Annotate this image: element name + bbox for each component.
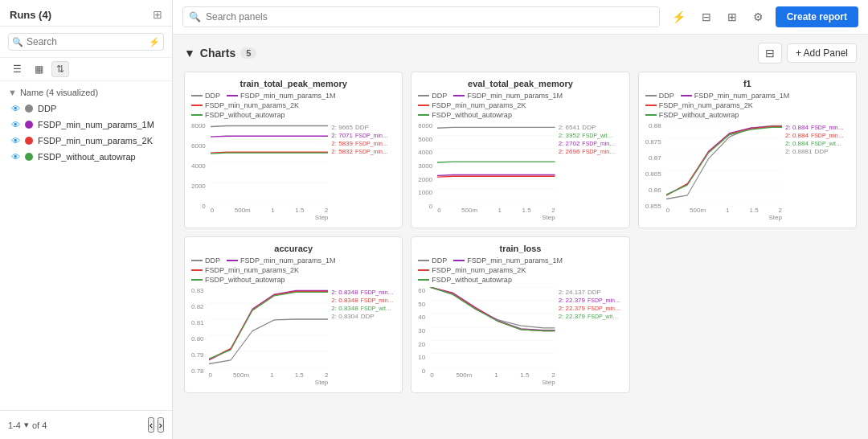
chart-card-eval-total-peak-memory: eval_total_peak_memory DDP FSDP_min_num_… bbox=[411, 72, 629, 228]
run-name: FSDP_min_num_params_1M bbox=[38, 120, 154, 129]
sidebar-header: Runs (4) ⊞ bbox=[0, 0, 172, 27]
run-item-fsdp-1m[interactable]: 👁 FSDP_min_num_params_1M bbox=[0, 117, 172, 133]
visibility-icon[interactable]: 👁 bbox=[11, 120, 20, 129]
charts-section-header: ▼ Charts 5 ⊟ + Add Panel bbox=[184, 43, 857, 64]
main-content: 🔍 ⚡ ⊟ ⊞ ⚙ Create report ▼ Charts 5 ⊟ + A… bbox=[173, 0, 868, 439]
sidebar-search-input[interactable] bbox=[8, 33, 164, 51]
visibility-icon[interactable]: 👁 bbox=[11, 152, 20, 162]
page-of-text: of 4 bbox=[32, 421, 47, 430]
pagination-info: 1-4 ▾ of 4 bbox=[8, 420, 47, 430]
charts-area: ▼ Charts 5 ⊟ + Add Panel ✎ ⊞ ⋯ train_tot… bbox=[173, 35, 868, 439]
panel-search-input[interactable] bbox=[182, 6, 660, 27]
charts-count-badge: 5 bbox=[240, 47, 256, 59]
toolbar-icons: ⚡ ⊟ ⊞ ⚙ bbox=[666, 6, 769, 27]
sidebar: Runs (4) ⊞ 🔍 ⚡ ☰ ▦ ⇅ ▼ Name (4 visualize… bbox=[0, 0, 173, 439]
chart-card-train-loss: train_loss DDP FSDP_min_num_params_1M FS… bbox=[411, 236, 629, 393]
add-panel-button[interactable]: + Add Panel bbox=[787, 43, 857, 63]
chart-settings-icon-button[interactable]: ⚡ bbox=[666, 6, 691, 27]
next-page-button[interactable]: › bbox=[158, 417, 164, 433]
chart-legend: DDP FSDP_min_num_params_1M FSDP_min_num_… bbox=[418, 92, 622, 119]
sidebar-footer: 1-4 ▾ of 4 ‹ › bbox=[0, 410, 172, 439]
chart-legend: DDP FSDP_min_num_params_1M FSDP_min_num_… bbox=[191, 92, 395, 119]
run-list: ▼ Name (4 visualized) 👁 DDP 👁 FSDP_min_n… bbox=[0, 81, 172, 410]
visibility-icon[interactable]: 👁 bbox=[11, 136, 20, 146]
sort-button[interactable]: ⇅ bbox=[51, 61, 69, 77]
chart-legend: DDP FSDP_min_num_params_1M FSDP_min_num_… bbox=[191, 256, 395, 284]
table-view-button[interactable]: ▦ bbox=[30, 61, 48, 77]
search-wrap: 🔍 ⚡ bbox=[8, 33, 164, 51]
section-actions: ⊟ + Add Panel bbox=[758, 43, 857, 64]
prev-page-button[interactable]: ‹ bbox=[148, 417, 154, 433]
run-section-header[interactable]: ▼ Name (4 visualized) bbox=[0, 84, 172, 101]
search-icon: 🔍 bbox=[189, 11, 201, 23]
page-nav: ‹ › bbox=[148, 417, 164, 433]
run-color-dot bbox=[25, 153, 33, 161]
create-report-button[interactable]: Create report bbox=[776, 6, 858, 27]
run-name: DDP bbox=[38, 104, 56, 113]
sidebar-search-area: 🔍 ⚡ bbox=[0, 27, 172, 58]
charts-grid: ✎ ⊞ ⋯ train_total_peak_memory DDP FSDP_m… bbox=[184, 72, 857, 393]
run-color-dot bbox=[25, 105, 33, 113]
runs-section-label: Name (4 visualized) bbox=[20, 88, 98, 97]
expand-icon-button[interactable]: ⊞ bbox=[722, 6, 743, 27]
table-icon[interactable]: ⊞ bbox=[153, 8, 162, 21]
run-item-fsdp-2k[interactable]: 👁 FSDP_min_num_params_2K bbox=[0, 133, 172, 149]
filter-button[interactable]: ☰ bbox=[8, 61, 27, 77]
page-range: 1-4 bbox=[8, 421, 21, 430]
chart-title: f1 bbox=[645, 79, 850, 88]
run-name: FSDP_without_autowrap bbox=[38, 152, 136, 162]
chevron-down-icon: ▼ bbox=[8, 88, 17, 97]
main-toolbar: 🔍 ⚡ ⊟ ⊞ ⚙ Create report bbox=[173, 0, 868, 35]
search-icon: 🔍 bbox=[12, 37, 23, 47]
run-color-dot bbox=[25, 121, 33, 129]
settings-icon-button[interactable]: ⚙ bbox=[747, 6, 769, 27]
visibility-icon[interactable]: 👁 bbox=[11, 104, 20, 113]
run-item-fsdp-autowrap[interactable]: 👁 FSDP_without_autowrap bbox=[0, 149, 172, 165]
filter-icon[interactable]: ⚡ bbox=[149, 37, 160, 47]
panel-search: 🔍 bbox=[182, 6, 660, 27]
chart-legend: DDP FSDP_min_num_params_1M FSDP_min_num_… bbox=[645, 92, 850, 119]
chart-legend: DDP FSDP_min_num_params_1M FSDP_min_num_… bbox=[418, 256, 622, 284]
charts-title-text: Charts bbox=[200, 47, 235, 59]
sidebar-toolbar: ☰ ▦ ⇅ bbox=[0, 58, 172, 81]
run-color-dot bbox=[25, 137, 33, 145]
chart-card-accuracy: accuracy DDP FSDP_min_num_params_1M FSDP… bbox=[184, 236, 403, 393]
chart-card-f1: f1 DDP FSDP_min_num_params_1M FSDP_min_n… bbox=[638, 72, 857, 228]
run-name: FSDP_min_num_params_2K bbox=[38, 136, 153, 146]
chart-title: eval_total_peak_memory bbox=[418, 79, 622, 88]
chart-title: accuracy bbox=[191, 244, 395, 253]
chart-title: train_total_peak_memory bbox=[191, 79, 395, 88]
table-icon-button[interactable]: ⊟ bbox=[696, 6, 717, 27]
charts-title-group: ▼ Charts 5 bbox=[184, 47, 256, 59]
run-item-ddp[interactable]: 👁 DDP bbox=[0, 101, 172, 117]
collapse-icon[interactable]: ▼ bbox=[184, 47, 195, 59]
chart-card-train-total-peak-memory: ✎ ⊞ ⋯ train_total_peak_memory DDP FSDP_m… bbox=[184, 72, 403, 228]
sidebar-title: Runs (4) bbox=[10, 9, 51, 21]
section-settings-button[interactable]: ⊟ bbox=[758, 43, 782, 64]
page-select-icon[interactable]: ▾ bbox=[24, 420, 29, 430]
chart-title: train_loss bbox=[418, 244, 622, 253]
